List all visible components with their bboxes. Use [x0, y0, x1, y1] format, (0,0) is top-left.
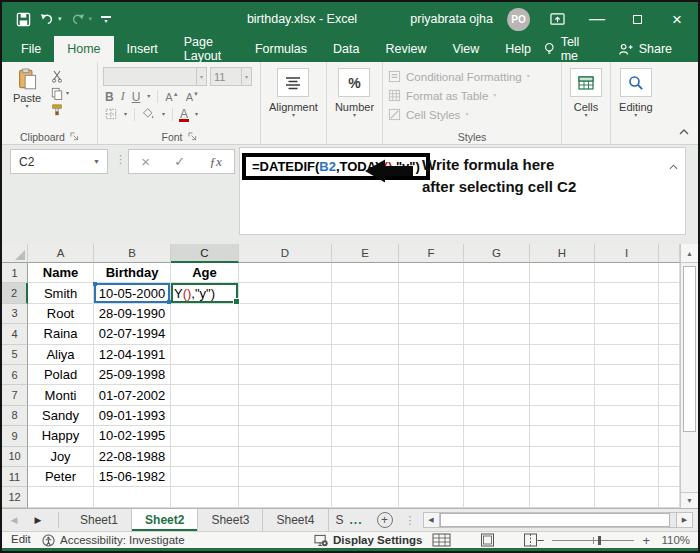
column-header-A[interactable]: A: [28, 244, 94, 263]
cell-F7[interactable]: [399, 385, 464, 405]
undo-dropdown-icon[interactable]: ▾: [58, 15, 62, 23]
cell-H9[interactable]: [530, 426, 595, 446]
cell-F10[interactable]: [399, 447, 464, 467]
cell-I8[interactable]: [595, 406, 659, 426]
page-break-view-icon[interactable]: [523, 533, 538, 547]
cell-D12[interactable]: [239, 487, 332, 507]
ribbon-tab-formulas[interactable]: Formulas: [242, 36, 320, 62]
cell-C8[interactable]: [171, 406, 239, 426]
insert-function-icon[interactable]: ƒx: [210, 154, 222, 170]
column-header-E[interactable]: E: [332, 244, 399, 263]
cell-E3[interactable]: [332, 304, 399, 324]
cell-D9[interactable]: [239, 426, 332, 446]
cell-D7[interactable]: [239, 385, 332, 405]
cell-E5[interactable]: [332, 345, 399, 365]
cell-F8[interactable]: [399, 406, 464, 426]
cell-A3[interactable]: Root: [28, 304, 94, 324]
cell-I3[interactable]: [595, 304, 659, 324]
cell-H1[interactable]: [530, 263, 595, 283]
display-settings[interactable]: Display Settings: [314, 532, 422, 548]
cell-B1[interactable]: Birthday: [94, 263, 171, 283]
cell-H2[interactable]: [530, 283, 595, 303]
column-header-D[interactable]: D: [239, 244, 332, 263]
cell-H6[interactable]: [530, 365, 595, 385]
formula-bar[interactable]: =DATEDIF(B2,TODAY(),"y") Write formula h…: [239, 147, 686, 235]
collapse-ribbon-icon[interactable]: [679, 121, 689, 139]
ribbon-tab-insert[interactable]: Insert: [114, 36, 171, 62]
cell-B4[interactable]: 02-07-1994: [94, 324, 171, 344]
cell-B8[interactable]: 09-01-1993: [94, 406, 171, 426]
sheet-tab-sheet3[interactable]: Sheet3: [198, 509, 263, 531]
cell-F6[interactable]: [399, 365, 464, 385]
clipboard-dialog-launcher-icon[interactable]: [70, 132, 79, 141]
cell-G10[interactable]: [464, 447, 530, 467]
cell-I12[interactable]: [595, 487, 659, 507]
cell-I4[interactable]: [595, 324, 659, 344]
undo-icon[interactable]: [40, 12, 54, 26]
bold-button[interactable]: B: [105, 90, 114, 104]
cell-D4[interactable]: [239, 324, 332, 344]
row-number-12[interactable]: 12: [2, 487, 28, 507]
scroll-up-icon[interactable]: ▲: [681, 244, 698, 263]
ribbon-tab-help[interactable]: Help: [492, 36, 544, 62]
cell-H3[interactable]: [530, 304, 595, 324]
row-number-11[interactable]: 11: [2, 467, 28, 487]
cell-B6[interactable]: 25-09-1998: [94, 365, 171, 385]
cell-A12[interactable]: [28, 487, 94, 507]
row-number-4[interactable]: 4: [2, 324, 28, 344]
cell-H8[interactable]: [530, 406, 595, 426]
cell-A10[interactable]: Joy: [28, 447, 94, 467]
zoom-slider-thumb[interactable]: [598, 536, 601, 545]
save-icon[interactable]: [16, 12, 31, 27]
share-button[interactable]: Share: [618, 42, 672, 56]
cell-A2[interactable]: Smith: [28, 283, 94, 303]
zoom-slider[interactable]: [552, 540, 634, 541]
select-all-corner[interactable]: [2, 244, 28, 263]
page-layout-view-icon[interactable]: [480, 533, 495, 547]
row-number-9[interactable]: 9: [2, 426, 28, 446]
cell-E2[interactable]: [332, 283, 399, 303]
name-box[interactable]: C2 ▼: [10, 149, 108, 174]
borders-dropdown-icon[interactable]: ▾: [124, 112, 127, 117]
cell-H10[interactable]: [530, 447, 595, 467]
cell-A9[interactable]: Happy: [28, 426, 94, 446]
italic-button[interactable]: I: [121, 89, 125, 104]
cell-C2[interactable]: Y(),"y"): [171, 283, 239, 303]
cell-A5[interactable]: Aliya: [28, 345, 94, 365]
zoom-level[interactable]: 110%: [658, 534, 690, 546]
close-button[interactable]: ×: [664, 7, 690, 31]
cell-B11[interactable]: 15-06-1982: [94, 467, 171, 487]
cell-B2[interactable]: 10-05-2000: [94, 283, 171, 303]
more-sheets-indicator[interactable]: ...: [345, 509, 368, 531]
ribbon-display-options-icon[interactable]: [544, 7, 570, 31]
ribbon-tab-file[interactable]: File: [8, 36, 54, 62]
cell-B10[interactable]: 22-08-1988: [94, 447, 171, 467]
cell-D8[interactable]: [239, 406, 332, 426]
avatar[interactable]: PO: [507, 8, 530, 31]
cell-E9[interactable]: [332, 426, 399, 446]
cell-A7[interactable]: Monti: [28, 385, 94, 405]
cell-F9[interactable]: [399, 426, 464, 446]
column-header-G[interactable]: G: [464, 244, 530, 263]
format-painter-button[interactable]: [51, 103, 69, 117]
tell-me[interactable]: Tell me: [544, 35, 596, 63]
row-number-6[interactable]: 6: [2, 365, 28, 385]
vertical-scroll-thumb[interactable]: [683, 266, 696, 432]
cell-C9[interactable]: [171, 426, 239, 446]
sheet-tab-partial[interactable]: S: [329, 509, 345, 531]
cut-button[interactable]: [51, 69, 69, 83]
cell-D2[interactable]: [239, 283, 332, 303]
cell-D3[interactable]: [239, 304, 332, 324]
cell-C4[interactable]: [171, 324, 239, 344]
row-number-10[interactable]: 10: [2, 447, 28, 467]
font-size-select[interactable]: 11▾: [210, 67, 252, 86]
row-number-1[interactable]: 1: [2, 263, 28, 283]
cell-H7[interactable]: [530, 385, 595, 405]
cell-I6[interactable]: [595, 365, 659, 385]
cell-B3[interactable]: 28-09-1990: [94, 304, 171, 324]
cell-F11[interactable]: [399, 467, 464, 487]
maximize-button[interactable]: [624, 7, 650, 31]
minimize-button[interactable]: —: [584, 7, 610, 31]
cell-I11[interactable]: [595, 467, 659, 487]
cell-C3[interactable]: [171, 304, 239, 324]
